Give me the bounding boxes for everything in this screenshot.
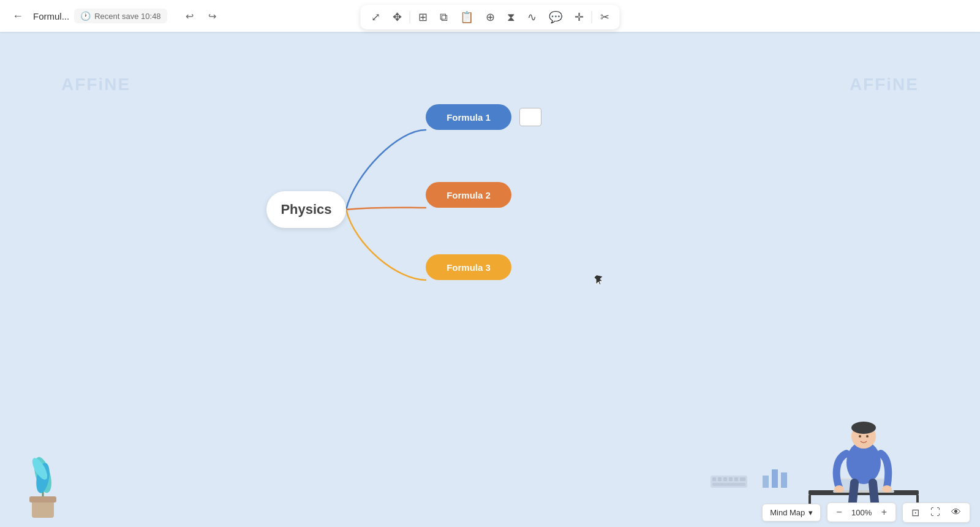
more-tools-button[interactable]: ✂ xyxy=(596,9,614,26)
svg-point-25 xyxy=(851,422,876,434)
watermark-top-left: AFFiNE xyxy=(61,75,130,94)
undo-button[interactable]: ↩ xyxy=(182,8,197,25)
squiggle-button[interactable]: ∿ xyxy=(523,9,541,26)
frame-tool-button[interactable]: ⧉ xyxy=(435,9,452,26)
move-button[interactable]: ✛ xyxy=(570,9,588,26)
watermark-top-right: AFFiNE xyxy=(850,75,919,94)
zoom-in-button[interactable]: + xyxy=(879,506,889,519)
keyboard-illustration xyxy=(710,476,747,490)
zoom-level-display: 100% xyxy=(850,508,874,517)
redo-button[interactable]: ↪ xyxy=(205,8,220,25)
svg-rect-10 xyxy=(712,477,716,481)
chart-illustration xyxy=(760,463,790,490)
save-status: 🕐 Recent save 10:48 xyxy=(74,9,167,23)
formula3-label: Formula 3 xyxy=(447,262,491,273)
formula1-label: Formula 1 xyxy=(447,112,491,123)
clock-icon: 🕐 xyxy=(80,11,91,21)
zoom-out-button[interactable]: − xyxy=(834,506,844,519)
formula3-node[interactable]: Formula 3 xyxy=(426,254,511,280)
fit-view-button[interactable]: ⊡ xyxy=(909,506,922,520)
svg-rect-15 xyxy=(740,477,745,481)
fullscreen-button[interactable]: ⛶ xyxy=(928,506,943,519)
svg-rect-14 xyxy=(734,477,738,481)
svg-rect-8 xyxy=(781,472,787,488)
physics-label: Physics xyxy=(281,202,331,218)
svg-rect-16 xyxy=(712,483,745,486)
formula2-label: Formula 2 xyxy=(447,190,491,200)
svg-rect-12 xyxy=(723,477,727,481)
select-tool-button[interactable]: ⤢ xyxy=(367,9,385,26)
undo-redo-group: ↩ ↪ xyxy=(177,8,220,25)
header-left: ← Formul... 🕐 Recent save 10:48 ↩ ↪ xyxy=(7,7,220,25)
hand-tool-button[interactable]: ✥ xyxy=(388,9,406,26)
bottom-icon-group: ⊡ ⛶ 👁 xyxy=(902,502,970,523)
formula1-node[interactable]: Formula 1 xyxy=(426,104,511,130)
sticky-note-button[interactable]: 📋 xyxy=(456,9,478,26)
doc-title: Formul... xyxy=(33,11,69,21)
svg-rect-11 xyxy=(718,477,722,481)
cursor xyxy=(595,275,605,284)
add-button[interactable]: ⊕ xyxy=(481,9,499,26)
svg-point-27 xyxy=(882,485,892,493)
toolbar-divider-2 xyxy=(592,11,592,23)
group-tool-button[interactable]: ⊞ xyxy=(414,9,432,26)
connect-button[interactable]: ⧗ xyxy=(503,9,519,26)
svg-point-31 xyxy=(866,435,869,438)
eye-button[interactable]: 👁 xyxy=(949,506,963,519)
svg-point-26 xyxy=(834,485,844,493)
svg-rect-6 xyxy=(763,476,769,488)
svg-rect-13 xyxy=(729,477,733,481)
bottom-bar: Mind Map ▾ − 100% + ⊡ ⛶ 👁 xyxy=(0,498,980,527)
view-mode-label: Mind Map xyxy=(770,508,805,517)
back-button[interactable]: ← xyxy=(7,7,28,25)
physics-node[interactable]: Physics xyxy=(266,191,346,228)
empty-box[interactable] xyxy=(519,108,541,126)
view-mode-selector[interactable]: Mind Map ▾ xyxy=(762,504,821,521)
connections-svg xyxy=(306,210,612,393)
comment-button[interactable]: 💬 xyxy=(545,9,567,26)
canvas[interactable]: AFFiNE AFFiNE Physics Formula 1 Formula … xyxy=(0,32,980,527)
formula2-node[interactable]: Formula 2 xyxy=(426,182,511,208)
center-toolbar: ⤢ ✥ ⊞ ⧉ 📋 ⊕ ⧗ ∿ 💬 ✛ ✂ xyxy=(361,5,620,29)
zoom-controls: − 100% + xyxy=(827,502,896,522)
chevron-down-icon: ▾ xyxy=(809,508,813,517)
toolbar-divider-1 xyxy=(410,11,410,23)
svg-point-30 xyxy=(859,435,861,438)
svg-rect-7 xyxy=(772,469,778,488)
save-status-text: Recent save 10:48 xyxy=(94,12,160,21)
